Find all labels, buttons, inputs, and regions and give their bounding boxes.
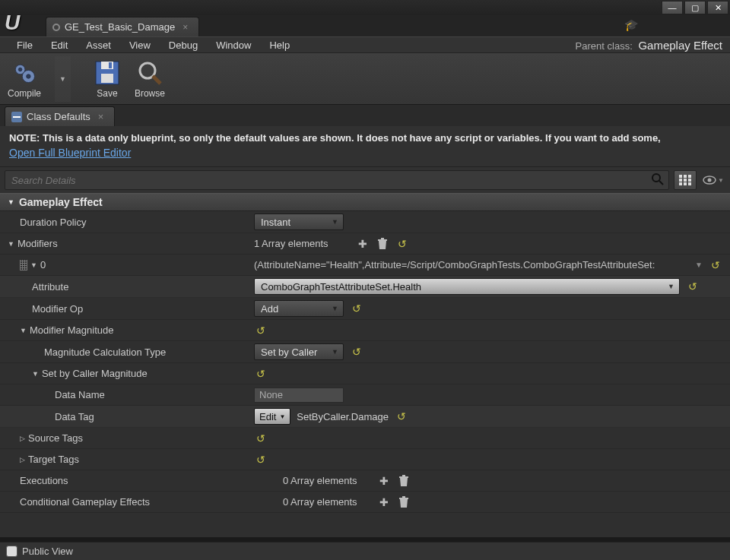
executions-count-text: 0 Array elements (283, 475, 357, 486)
chevron-down-icon: ▼ (20, 327, 27, 334)
label-source-tags[interactable]: ▷ Source Tags (0, 429, 251, 447)
svg-rect-14 (688, 175, 691, 178)
menu-asset[interactable]: Asset (77, 38, 120, 52)
window-maximize-button[interactable]: ▢ (684, 1, 706, 14)
label-modifier-magnitude[interactable]: ▼ Modifier Magnitude (0, 321, 251, 339)
clear-array-button[interactable] (397, 495, 411, 509)
svg-point-3 (27, 74, 30, 78)
chevron-down-icon: ▼ (30, 261, 37, 269)
label-modifier-0[interactable]: ▼ 0 (0, 256, 251, 274)
expand-dropdown-icon[interactable]: ▼ (695, 261, 703, 269)
parent-class-label: Parent class: Gameplay Effect (576, 39, 722, 52)
clear-array-button[interactable] (376, 237, 389, 251)
data-tag-edit-button[interactable]: Edit▼ (254, 408, 290, 425)
search-icon (651, 172, 665, 186)
reset-icon[interactable]: ↺ (350, 345, 363, 359)
svg-rect-13 (684, 175, 687, 178)
browse-button[interactable]: Browse (135, 59, 165, 99)
reset-icon[interactable]: ↺ (254, 367, 268, 381)
modifier-0-summary: (AttributeName="Health",Attribute=/Scrip… (254, 259, 689, 271)
class-defaults-tab[interactable]: Class Defaults × (5, 106, 115, 126)
visibility-options-button[interactable]: ▼ (701, 170, 725, 190)
label-executions: Executions (0, 472, 251, 489)
svg-rect-7 (109, 62, 112, 68)
info-banner: NOTE: This is a data only blueprint, so … (0, 126, 730, 167)
open-full-blueprint-link[interactable]: Open Full Blueprint Editor (9, 147, 131, 159)
toolbar: Compile ▼ Save Browse (0, 53, 730, 105)
details-panel[interactable]: ▼ Gameplay Effect Duration Policy Instan… (0, 193, 730, 537)
info-text: NOTE: This is a data only blueprint, so … (9, 132, 721, 144)
label-set-by-caller-magnitude[interactable]: ▼ Set by Caller Magnitude (0, 365, 251, 382)
label-conditional-gameplay-effects: Conditional Gameplay Effects (0, 493, 251, 511)
attribute-selector[interactable]: ComboGraphTestAttributeSet.Health▼ (254, 278, 680, 295)
asset-type-icon (52, 24, 60, 31)
footer-bar: Public View (0, 542, 730, 560)
label-modifiers[interactable]: ▼ Modifiers (0, 235, 251, 252)
chevron-right-icon: ▷ (20, 456, 25, 464)
menu-bar: File Edit Asset View Debug Window Help P… (0, 36, 730, 53)
reset-icon[interactable]: ↺ (254, 324, 268, 337)
view-grid-button[interactable] (674, 170, 697, 190)
graduation-cap-icon[interactable]: 🎓 (624, 18, 639, 32)
magnifier-icon (136, 59, 163, 87)
add-element-button[interactable]: ✚ (377, 474, 391, 488)
duration-policy-dropdown[interactable]: Instant▼ (254, 214, 344, 230)
label-duration-policy: Duration Policy (0, 214, 251, 231)
drag-handle-icon[interactable] (20, 260, 27, 271)
svg-line-11 (659, 181, 663, 185)
modifiers-count-text: 1 Array elements (254, 238, 328, 249)
menu-help[interactable]: Help (260, 38, 299, 52)
menu-edit[interactable]: Edit (42, 38, 77, 52)
menu-view[interactable]: View (120, 38, 160, 52)
modifier-op-dropdown[interactable]: Add▼ (254, 300, 344, 317)
grid-icon (679, 175, 691, 185)
document-tab[interactable]: GE_Test_Basic_Damage × (46, 17, 199, 36)
eye-icon (703, 176, 716, 185)
category-header-gameplay-effect[interactable]: ▼ Gameplay Effect (0, 193, 730, 211)
reset-icon[interactable]: ↺ (395, 410, 408, 423)
parent-class-link[interactable]: Gameplay Effect (638, 39, 722, 52)
svg-rect-19 (684, 182, 687, 185)
window-minimize-button[interactable]: — (662, 1, 683, 14)
data-name-field[interactable]: None (254, 388, 344, 403)
reset-icon[interactable]: ↺ (254, 453, 268, 467)
reset-icon[interactable]: ↺ (254, 432, 268, 445)
svg-rect-20 (688, 182, 691, 185)
defaults-icon (11, 112, 22, 122)
label-attribute: Attribute (0, 278, 251, 296)
floppy-disk-icon (94, 59, 121, 87)
search-details-input[interactable] (5, 170, 669, 190)
conditional-count-text: 0 Array elements (283, 496, 357, 508)
save-button[interactable]: Save (94, 59, 121, 99)
reset-icon[interactable]: ↺ (709, 258, 722, 272)
window-titlebar: — ▢ ✕ (0, 0, 730, 15)
compile-options-dropdown[interactable]: ▼ (55, 56, 71, 102)
svg-rect-16 (684, 179, 687, 182)
label-data-name: Data Name (0, 386, 251, 403)
svg-rect-6 (101, 74, 113, 83)
clear-array-button[interactable] (397, 474, 411, 488)
unreal-logo-icon: U (5, 11, 40, 43)
menu-window[interactable]: Window (207, 38, 260, 52)
menu-debug[interactable]: Debug (160, 38, 207, 52)
public-view-checkbox[interactable] (6, 546, 17, 557)
chevron-down-icon: ▼ (8, 240, 14, 248)
reset-icon[interactable]: ↺ (686, 280, 700, 293)
add-element-button[interactable]: ✚ (356, 237, 370, 251)
document-tab-title: GE_Test_Basic_Damage (65, 21, 175, 33)
document-tab-row: U GE_Test_Basic_Damage × 🎓 (0, 15, 730, 36)
magnitude-calc-type-dropdown[interactable]: Set by Caller▼ (254, 343, 344, 360)
close-tab-icon[interactable]: × (182, 22, 188, 33)
add-element-button[interactable]: ✚ (377, 495, 391, 509)
close-panel-tab-icon[interactable]: × (98, 111, 104, 122)
reset-icon[interactable]: ↺ (395, 237, 409, 251)
compile-button[interactable]: Compile (8, 59, 41, 99)
label-target-tags[interactable]: ▷ Target Tags (0, 451, 251, 468)
window-close-button[interactable]: ✕ (707, 1, 728, 14)
chevron-right-icon: ▷ (20, 435, 25, 442)
reset-icon[interactable]: ↺ (350, 302, 363, 315)
label-modifier-op: Modifier Op (0, 300, 251, 318)
svg-rect-15 (679, 179, 682, 182)
svg-point-1 (18, 68, 22, 71)
chevron-down-icon: ▼ (8, 198, 14, 206)
